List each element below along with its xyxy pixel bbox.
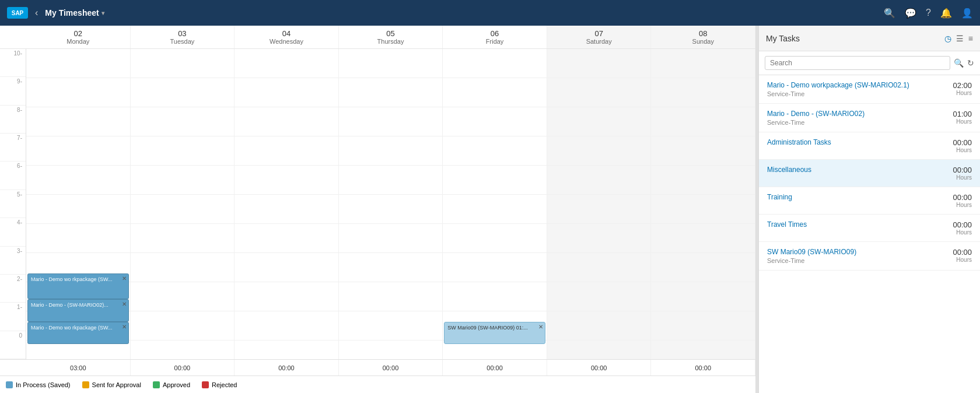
task-item-left: Training: [767, 193, 937, 202]
entry-label: Mario - Demo wo rkpackage (SW...: [31, 325, 113, 331]
menu-icon[interactable]: ≡: [968, 34, 973, 43]
day-header-thursday: 05 Thursday: [339, 26, 443, 48]
task-list: Mario - Demo workpackage (SW-MARIO02.1) …: [759, 75, 980, 393]
total-cell-0: 03:00: [26, 360, 131, 376]
task-item-4[interactable]: Training 00:00 Hours: [759, 187, 980, 215]
legend-label: In Process (Saved): [16, 381, 71, 388]
time-label: 5-: [0, 190, 26, 218]
day-name: Monday: [26, 38, 130, 45]
task-item-left: SW Mario09 (SW-MARIO09) Service-Time: [767, 248, 937, 264]
task-item-name: Training: [767, 193, 937, 201]
task-item-2[interactable]: Administration Tasks 00:00 Hours: [759, 132, 980, 160]
sap-logo: SAP: [7, 7, 28, 19]
day-column-thursday: [339, 49, 443, 359]
day-number: 07: [547, 29, 651, 38]
time-totals-row: 03:0000:0000:0000:0000:0000:0000:00: [0, 359, 755, 376]
task-item-name: Administration Tasks: [767, 138, 937, 146]
task-item-unit: Hours: [937, 90, 972, 96]
task-item-right: 01:00 Hours: [937, 110, 972, 125]
legend-color: [202, 381, 209, 388]
task-item-sub: Service-Time: [767, 257, 937, 264]
legend-item: In Process (Saved): [6, 381, 71, 388]
task-item-right: 00:00 Hours: [937, 248, 972, 263]
main-container: 02 Monday03 Tuesday04 Wednesday05 Thursd…: [0, 26, 980, 393]
task-item-right: 00:00 Hours: [937, 193, 972, 208]
day-name: Saturday: [547, 38, 651, 45]
calendar-grid-scroll[interactable]: 10-9-8-7-6-5-4-3-2-1-0 ✕ Mario - Demo wo…: [0, 49, 755, 359]
task-item-name: SW Mario09 (SW-MARIO09): [767, 248, 937, 256]
day-column-wednesday: [235, 49, 339, 359]
task-item-time: 00:00: [937, 138, 972, 147]
task-item-unit: Hours: [937, 118, 972, 125]
back-button[interactable]: ‹: [33, 5, 40, 20]
time-entry-0[interactable]: ✕ Mario - Demo wo rkpackage (SW...: [27, 273, 129, 299]
task-item-right: 02:00 Hours: [937, 81, 972, 96]
task-item-left: Miscellaneous: [767, 166, 937, 175]
day-column-tuesday: [131, 49, 235, 359]
day-number: 05: [339, 29, 443, 38]
time-label: 3-: [0, 247, 26, 275]
chat-icon[interactable]: 💬: [905, 8, 916, 19]
task-item-3[interactable]: Miscellaneous 00:00 Hours: [759, 160, 980, 187]
task-item-sub: Service-Time: [767, 90, 937, 97]
task-item-name: Mario - Demo - (SW-MARIO02): [767, 110, 937, 118]
user-icon[interactable]: 👤: [961, 8, 973, 19]
task-item-right: 00:00 Hours: [937, 138, 972, 153]
close-icon[interactable]: ✕: [122, 275, 127, 282]
search-input[interactable]: [765, 56, 950, 70]
day-header-saturday: 07 Saturday: [547, 26, 652, 48]
day-header-tuesday: 03 Tuesday: [131, 26, 235, 48]
task-item-left: Mario - Demo - (SW-MARIO02) Service-Time: [767, 110, 937, 126]
right-panel-icons: ◷ ☰ ≡: [944, 34, 973, 43]
time-entry-2[interactable]: ✕ Mario - Demo wo rkpackage (SW...: [27, 322, 129, 345]
legend-color: [6, 381, 13, 388]
time-label: 10-: [0, 49, 26, 77]
legend-label: Rejected: [212, 381, 237, 388]
task-item-time: 01:00: [937, 110, 972, 118]
time-label: 1-: [0, 303, 26, 331]
top-nav-left: SAP ‹ My Timesheet ▾: [7, 5, 104, 20]
task-item-sub: Service-Time: [767, 119, 937, 126]
time-label: 4-: [0, 218, 26, 246]
refresh-button-icon[interactable]: ↻: [967, 58, 974, 68]
search-button-icon[interactable]: 🔍: [954, 58, 964, 68]
task-item-5[interactable]: Travel Times 00:00 Hours: [759, 215, 980, 242]
clock-icon[interactable]: ◷: [944, 34, 951, 43]
task-item-left: Administration Tasks: [767, 138, 937, 148]
task-item-right: 00:00 Hours: [937, 166, 972, 181]
close-icon[interactable]: ✕: [122, 324, 127, 330]
total-cell-5: 00:00: [547, 360, 652, 376]
help-icon[interactable]: ?: [926, 8, 931, 18]
task-item-name: Travel Times: [767, 220, 937, 229]
total-cell-4: 00:00: [443, 360, 547, 376]
time-entry-3[interactable]: ✕ SW Mario09 (SW-MARIO09) 01:...: [444, 322, 545, 345]
search-icon[interactable]: 🔍: [884, 8, 895, 19]
task-item-unit: Hours: [937, 229, 972, 236]
top-navigation: SAP ‹ My Timesheet ▾ 🔍 💬 ? 🔔 👤: [0, 0, 980, 26]
list-icon[interactable]: ☰: [956, 34, 964, 43]
task-item-unit: Hours: [937, 174, 972, 181]
bell-icon[interactable]: 🔔: [940, 8, 952, 19]
right-panel: My Tasks ◷ ☰ ≡ 🔍 ↻ Mario - Demo workpack…: [758, 26, 980, 393]
title-dropdown-arrow[interactable]: ▾: [102, 10, 104, 16]
time-label: 7-: [0, 134, 26, 162]
task-item-unit: Hours: [937, 202, 972, 208]
time-label: 2-: [0, 275, 26, 303]
time-label: 9-: [0, 77, 26, 105]
legend-item: Approved: [153, 381, 190, 388]
day-name: Tuesday: [131, 38, 235, 45]
day-number: 03: [131, 29, 235, 38]
task-item-time: 00:00: [937, 193, 972, 202]
task-item-1[interactable]: Mario - Demo - (SW-MARIO02) Service-Time…: [759, 104, 980, 132]
task-item-0[interactable]: Mario - Demo workpackage (SW-MARIO02.1) …: [759, 75, 980, 104]
day-number: 08: [651, 29, 755, 38]
day-header-friday: 06 Friday: [443, 26, 547, 48]
entry-label: Mario - Demo - (SW-MARIO02)...: [31, 302, 108, 308]
total-cell-6: 00:00: [651, 360, 755, 376]
close-icon[interactable]: ✕: [122, 301, 127, 307]
time-entry-1[interactable]: ✕ Mario - Demo - (SW-MARIO02)...: [27, 299, 129, 322]
legend-item: Sent for Approval: [82, 381, 141, 388]
day-name: Thursday: [339, 38, 443, 45]
close-icon[interactable]: ✕: [538, 324, 543, 330]
task-item-6[interactable]: SW Mario09 (SW-MARIO09) Service-Time 00:…: [759, 242, 980, 271]
